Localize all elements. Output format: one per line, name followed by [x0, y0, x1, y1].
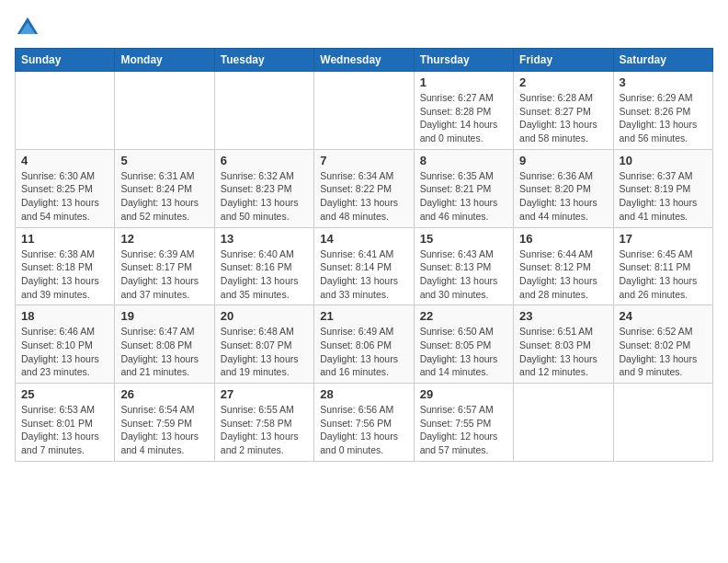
day-number: 16 [519, 232, 607, 246]
calendar-week-2: 4Sunrise: 6:30 AM Sunset: 8:25 PM Daylig… [16, 149, 713, 227]
day-info: Sunrise: 6:57 AM Sunset: 7:55 PM Dayligh… [420, 403, 507, 457]
calendar-cell [613, 384, 712, 462]
calendar-cell: 23Sunrise: 6:51 AM Sunset: 8:03 PM Dayli… [514, 305, 613, 384]
day-number: 15 [420, 232, 507, 246]
calendar-cell: 28Sunrise: 6:56 AM Sunset: 7:56 PM Dayli… [314, 384, 414, 462]
calendar-cell: 9Sunrise: 6:36 AM Sunset: 8:20 PM Daylig… [514, 149, 613, 227]
day-info: Sunrise: 6:34 AM Sunset: 8:22 PM Dayligh… [320, 169, 407, 224]
calendar-cell: 15Sunrise: 6:43 AM Sunset: 8:13 PM Dayli… [414, 227, 513, 305]
day-info: Sunrise: 6:36 AM Sunset: 8:20 PM Dayligh… [519, 169, 607, 224]
calendar-table: SundayMondayTuesdayWednesdayThursdayFrid… [15, 48, 713, 462]
header-day-wednesday: Wednesday [314, 49, 414, 72]
calendar-cell: 26Sunrise: 6:54 AM Sunset: 7:59 PM Dayli… [115, 384, 214, 462]
day-info: Sunrise: 6:38 AM Sunset: 8:18 PM Dayligh… [21, 247, 108, 302]
header-row: SundayMondayTuesdayWednesdayThursdayFrid… [16, 49, 713, 72]
day-info: Sunrise: 6:52 AM Sunset: 8:02 PM Dayligh… [620, 325, 707, 379]
day-info: Sunrise: 6:53 AM Sunset: 8:01 PM Dayligh… [21, 403, 108, 457]
calendar-cell: 13Sunrise: 6:40 AM Sunset: 8:16 PM Dayli… [214, 227, 313, 305]
logo [15, 15, 44, 40]
calendar-cell: 20Sunrise: 6:48 AM Sunset: 8:07 PM Dayli… [214, 305, 313, 384]
header-day-sunday: Sunday [16, 49, 115, 72]
day-number: 5 [120, 154, 208, 167]
calendar-cell: 1Sunrise: 6:27 AM Sunset: 8:28 PM Daylig… [414, 72, 513, 150]
day-number: 18 [21, 309, 108, 323]
calendar-cell: 11Sunrise: 6:38 AM Sunset: 8:18 PM Dayli… [16, 227, 115, 305]
calendar-week-5: 25Sunrise: 6:53 AM Sunset: 8:01 PM Dayli… [16, 384, 713, 462]
day-info: Sunrise: 6:54 AM Sunset: 7:59 PM Dayligh… [120, 403, 208, 457]
day-number: 8 [420, 154, 507, 167]
header-day-saturday: Saturday [613, 49, 712, 72]
day-number: 14 [320, 232, 407, 246]
day-info: Sunrise: 6:49 AM Sunset: 8:06 PM Dayligh… [320, 325, 407, 379]
logo-icon [15, 15, 40, 40]
calendar-cell: 8Sunrise: 6:35 AM Sunset: 8:21 PM Daylig… [414, 149, 513, 227]
day-number: 12 [120, 232, 208, 246]
calendar-cell [314, 72, 414, 150]
header-day-tuesday: Tuesday [214, 49, 313, 72]
day-number: 11 [21, 232, 108, 246]
calendar-week-4: 18Sunrise: 6:46 AM Sunset: 8:10 PM Dayli… [16, 305, 713, 384]
calendar-cell: 10Sunrise: 6:37 AM Sunset: 8:19 PM Dayli… [613, 149, 712, 227]
day-number: 20 [221, 309, 308, 323]
calendar-cell [214, 72, 313, 150]
calendar-cell [115, 72, 214, 150]
day-number: 21 [320, 309, 407, 323]
header-day-friday: Friday [514, 49, 613, 72]
calendar-cell: 27Sunrise: 6:55 AM Sunset: 7:58 PM Dayli… [214, 384, 313, 462]
calendar-header: SundayMondayTuesdayWednesdayThursdayFrid… [16, 49, 713, 72]
day-number: 6 [221, 154, 308, 167]
calendar-cell: 24Sunrise: 6:52 AM Sunset: 8:02 PM Dayli… [613, 305, 712, 384]
calendar-body: 1Sunrise: 6:27 AM Sunset: 8:28 PM Daylig… [16, 72, 713, 462]
day-info: Sunrise: 6:30 AM Sunset: 8:25 PM Dayligh… [21, 169, 108, 224]
calendar-cell [16, 72, 115, 150]
calendar-cell: 18Sunrise: 6:46 AM Sunset: 8:10 PM Dayli… [16, 305, 115, 384]
day-info: Sunrise: 6:51 AM Sunset: 8:03 PM Dayligh… [519, 325, 607, 379]
calendar-cell: 4Sunrise: 6:30 AM Sunset: 8:25 PM Daylig… [16, 149, 115, 227]
day-number: 27 [221, 387, 308, 401]
day-number: 13 [221, 232, 308, 246]
day-info: Sunrise: 6:48 AM Sunset: 8:07 PM Dayligh… [221, 325, 308, 379]
day-info: Sunrise: 6:29 AM Sunset: 8:26 PM Dayligh… [620, 91, 707, 145]
calendar-cell: 25Sunrise: 6:53 AM Sunset: 8:01 PM Dayli… [16, 384, 115, 462]
calendar-cell: 3Sunrise: 6:29 AM Sunset: 8:26 PM Daylig… [613, 72, 712, 150]
day-info: Sunrise: 6:40 AM Sunset: 8:16 PM Dayligh… [221, 247, 308, 302]
calendar-cell: 14Sunrise: 6:41 AM Sunset: 8:14 PM Dayli… [314, 227, 414, 305]
calendar-cell [514, 384, 613, 462]
calendar-week-1: 1Sunrise: 6:27 AM Sunset: 8:28 PM Daylig… [16, 72, 713, 150]
day-info: Sunrise: 6:47 AM Sunset: 8:08 PM Dayligh… [120, 325, 208, 379]
day-info: Sunrise: 6:43 AM Sunset: 8:13 PM Dayligh… [420, 247, 507, 302]
day-number: 29 [420, 387, 507, 401]
day-number: 2 [519, 75, 607, 89]
day-info: Sunrise: 6:46 AM Sunset: 8:10 PM Dayligh… [21, 325, 108, 379]
day-info: Sunrise: 6:37 AM Sunset: 8:19 PM Dayligh… [620, 169, 707, 224]
calendar-week-3: 11Sunrise: 6:38 AM Sunset: 8:18 PM Dayli… [16, 227, 713, 305]
day-number: 1 [420, 75, 507, 89]
day-number: 28 [320, 387, 407, 401]
day-number: 9 [519, 154, 607, 167]
day-number: 19 [120, 309, 208, 323]
day-info: Sunrise: 6:39 AM Sunset: 8:17 PM Dayligh… [120, 247, 208, 302]
day-info: Sunrise: 6:41 AM Sunset: 8:14 PM Dayligh… [320, 247, 407, 302]
day-info: Sunrise: 6:35 AM Sunset: 8:21 PM Dayligh… [420, 169, 507, 224]
day-number: 26 [120, 387, 208, 401]
day-info: Sunrise: 6:31 AM Sunset: 8:24 PM Dayligh… [120, 169, 208, 224]
calendar-cell: 19Sunrise: 6:47 AM Sunset: 8:08 PM Dayli… [115, 305, 214, 384]
calendar-cell: 22Sunrise: 6:50 AM Sunset: 8:05 PM Dayli… [414, 305, 513, 384]
day-info: Sunrise: 6:56 AM Sunset: 7:56 PM Dayligh… [320, 403, 407, 457]
calendar-cell: 12Sunrise: 6:39 AM Sunset: 8:17 PM Dayli… [115, 227, 214, 305]
calendar-cell: 2Sunrise: 6:28 AM Sunset: 8:27 PM Daylig… [514, 72, 613, 150]
day-info: Sunrise: 6:45 AM Sunset: 8:11 PM Dayligh… [620, 247, 707, 302]
calendar-cell: 29Sunrise: 6:57 AM Sunset: 7:55 PM Dayli… [414, 384, 513, 462]
calendar-cell: 5Sunrise: 6:31 AM Sunset: 8:24 PM Daylig… [115, 149, 214, 227]
calendar-cell: 6Sunrise: 6:32 AM Sunset: 8:23 PM Daylig… [214, 149, 313, 227]
day-info: Sunrise: 6:28 AM Sunset: 8:27 PM Dayligh… [519, 91, 607, 145]
day-number: 3 [620, 75, 707, 89]
day-number: 23 [519, 309, 607, 323]
calendar-cell: 7Sunrise: 6:34 AM Sunset: 8:22 PM Daylig… [314, 149, 414, 227]
calendar-cell: 21Sunrise: 6:49 AM Sunset: 8:06 PM Dayli… [314, 305, 414, 384]
day-number: 4 [21, 154, 108, 167]
day-info: Sunrise: 6:55 AM Sunset: 7:58 PM Dayligh… [221, 403, 308, 457]
page-header [15, 15, 713, 40]
calendar-cell: 17Sunrise: 6:45 AM Sunset: 8:11 PM Dayli… [613, 227, 712, 305]
header-day-thursday: Thursday [414, 49, 513, 72]
